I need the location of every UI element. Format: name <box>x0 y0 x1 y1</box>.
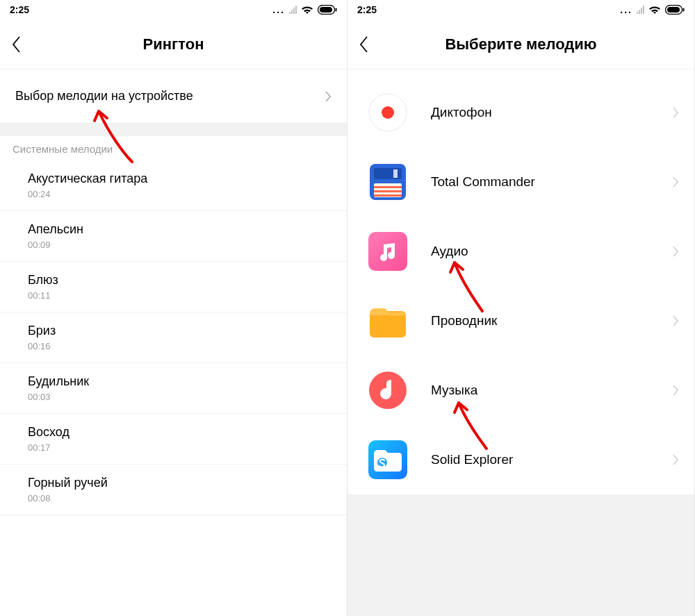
signal-icon <box>637 6 644 14</box>
svg-rect-1 <box>320 7 332 13</box>
tone-duration: 00:16 <box>28 341 319 351</box>
tone-name: Горный ручей <box>28 476 319 490</box>
status-time: 2:25 <box>357 4 620 15</box>
chevron-right-icon <box>672 106 679 119</box>
svg-rect-12 <box>374 186 402 188</box>
source-row-recorder[interactable]: Диктофон <box>348 78 694 147</box>
chevron-right-icon <box>672 384 679 397</box>
svg-point-7 <box>382 106 394 119</box>
tone-duration: 00:09 <box>28 240 319 250</box>
back-button[interactable] <box>11 35 21 53</box>
chevron-right-icon <box>325 90 332 103</box>
status-bar: 2:25 ... <box>0 0 347 19</box>
cell-dots-icon: ... <box>620 4 632 15</box>
choose-on-device-label: Выбор мелодии на устройстве <box>15 89 325 103</box>
tone-name: Будильник <box>28 374 319 389</box>
floppy-icon <box>368 163 407 201</box>
left-screen: 2:25 ... Рингтон Выбор мелодии на устрой… <box>0 0 348 616</box>
section-divider <box>0 124 347 136</box>
audio-icon <box>368 232 407 271</box>
svg-rect-10 <box>393 169 398 178</box>
source-row-solid[interactable]: Solid Explorer <box>348 425 694 494</box>
chevron-right-icon <box>672 453 679 466</box>
source-label: Solid Explorer <box>431 452 667 467</box>
tone-name: Блюз <box>28 273 319 288</box>
tone-duration: 00:03 <box>28 392 319 402</box>
source-row-audio[interactable]: Аудио <box>348 217 694 286</box>
source-row-floppy[interactable]: Total Commander <box>348 147 694 217</box>
music-icon <box>368 371 407 410</box>
battery-icon <box>318 5 337 15</box>
folder-icon <box>368 301 407 340</box>
tone-list: Акустическая гитара00:24Апельсин00:09Блю… <box>0 160 347 515</box>
battery-icon <box>665 5 685 15</box>
tone-row[interactable]: Бриз00:16 <box>0 313 347 363</box>
source-label: Музыка <box>431 383 667 398</box>
tone-row[interactable]: Апельсин00:09 <box>0 211 347 262</box>
status-icons: ... <box>620 4 685 15</box>
tone-row[interactable]: Блюз00:11 <box>0 262 347 313</box>
tone-row[interactable]: Акустическая гитара00:24 <box>0 160 347 211</box>
empty-area <box>348 494 694 616</box>
tone-row[interactable]: Будильник00:03 <box>0 363 347 414</box>
tone-row[interactable]: Горный ручей00:08 <box>0 465 347 515</box>
source-label: Total Commander <box>431 174 667 190</box>
status-icons: ... <box>272 4 337 15</box>
svg-rect-2 <box>336 8 337 12</box>
source-row-music[interactable]: Музыка <box>348 356 694 425</box>
svg-rect-13 <box>374 190 402 192</box>
source-label: Аудио <box>431 244 667 259</box>
chevron-right-icon <box>672 176 679 188</box>
chevron-right-icon <box>672 245 679 258</box>
svg-rect-5 <box>683 8 685 12</box>
source-label: Проводник <box>431 313 667 328</box>
tone-name: Апельсин <box>28 222 319 237</box>
svg-rect-15 <box>368 232 407 271</box>
status-bar: 2:25 ... <box>348 0 694 19</box>
tone-row[interactable]: Восход00:17 <box>0 414 347 465</box>
header: Рингтон <box>0 19 347 69</box>
svg-rect-4 <box>667 7 680 13</box>
header: Выберите мелодию <box>348 19 694 69</box>
tone-name: Акустическая гитара <box>28 172 319 186</box>
source-label: Диктофон <box>431 105 667 120</box>
status-time: 2:25 <box>10 4 272 15</box>
page-title: Рингтон <box>143 35 204 53</box>
wifi-icon <box>301 5 313 15</box>
right-screen: 2:25 ... Выберите мелодию ДиктофонTotal … <box>348 0 695 616</box>
back-button[interactable] <box>359 35 368 53</box>
source-row-folder[interactable]: Проводник <box>348 286 694 356</box>
signal-icon <box>289 6 297 14</box>
section-header: Системные мелодии <box>0 136 347 160</box>
solid-icon <box>368 440 407 479</box>
svg-rect-14 <box>374 194 402 197</box>
tone-duration: 00:08 <box>28 493 319 503</box>
tone-duration: 00:17 <box>28 442 319 453</box>
tone-name: Восход <box>28 425 319 440</box>
choose-on-device-row[interactable]: Выбор мелодии на устройстве <box>0 69 347 124</box>
wifi-icon <box>648 5 661 15</box>
tone-name: Бриз <box>28 324 319 338</box>
tone-duration: 00:24 <box>28 189 319 199</box>
chevron-right-icon <box>672 315 679 327</box>
source-list: ДиктофонTotal CommanderАудиоПроводникМуз… <box>348 69 694 494</box>
page-title: Выберите мелодию <box>445 35 596 53</box>
recorder-icon <box>368 93 407 132</box>
cell-dots-icon: ... <box>272 4 285 15</box>
tone-duration: 00:11 <box>28 290 319 301</box>
